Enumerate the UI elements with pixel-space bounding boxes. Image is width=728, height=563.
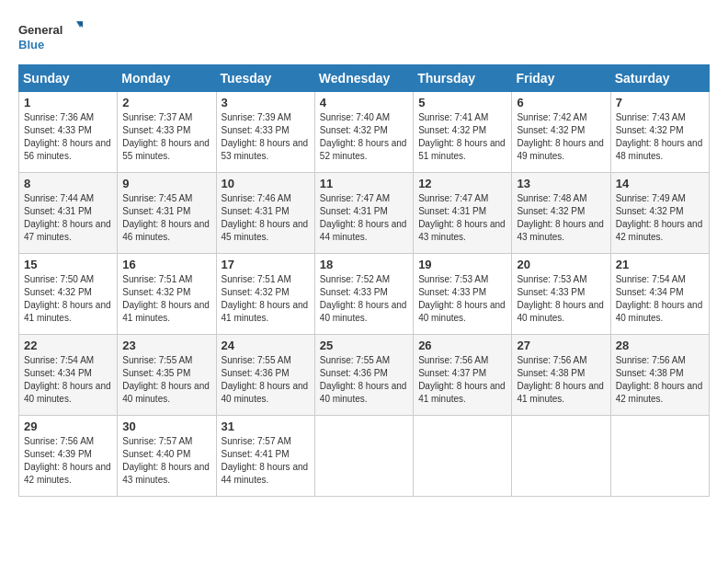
day-header-monday: Monday (118, 65, 216, 92)
day-number: 19 (418, 258, 506, 271)
svg-text:General: General (18, 23, 63, 37)
calendar-cell: 31Sunrise: 7:57 AMSunset: 4:41 PMDayligh… (216, 416, 314, 497)
day-info: Sunrise: 7:56 AMSunset: 4:37 PMDaylight:… (418, 354, 506, 406)
calendar-cell: 11Sunrise: 7:47 AMSunset: 4:31 PMDayligh… (314, 173, 413, 254)
calendar-cell (414, 416, 512, 497)
day-number: 20 (517, 258, 605, 271)
day-number: 18 (320, 258, 408, 271)
day-number: 26 (418, 339, 506, 352)
day-info: Sunrise: 7:52 AMSunset: 4:33 PMDaylight:… (320, 273, 408, 325)
day-info: Sunrise: 7:56 AMSunset: 4:39 PMDaylight:… (24, 435, 112, 487)
calendar-cell: 19Sunrise: 7:53 AMSunset: 4:33 PMDayligh… (414, 254, 512, 335)
calendar-cell: 17Sunrise: 7:51 AMSunset: 4:32 PMDayligh… (216, 254, 314, 335)
day-number: 12 (418, 177, 506, 190)
calendar-cell: 27Sunrise: 7:56 AMSunset: 4:38 PMDayligh… (512, 335, 610, 416)
day-info: Sunrise: 7:48 AMSunset: 4:32 PMDaylight:… (517, 192, 605, 244)
calendar-week-row: 15Sunrise: 7:50 AMSunset: 4:32 PMDayligh… (19, 254, 710, 335)
day-info: Sunrise: 7:45 AMSunset: 4:31 PMDaylight:… (122, 192, 210, 244)
day-number: 27 (517, 339, 605, 352)
calendar-cell: 5Sunrise: 7:41 AMSunset: 4:32 PMDaylight… (414, 92, 512, 173)
day-info: Sunrise: 7:49 AMSunset: 4:32 PMDaylight:… (616, 192, 704, 244)
calendar-cell: 13Sunrise: 7:48 AMSunset: 4:32 PMDayligh… (512, 173, 610, 254)
day-number: 7 (616, 96, 704, 109)
calendar-cell: 10Sunrise: 7:46 AMSunset: 4:31 PMDayligh… (216, 173, 314, 254)
calendar-cell: 28Sunrise: 7:56 AMSunset: 4:38 PMDayligh… (610, 335, 709, 416)
day-number: 29 (24, 419, 112, 433)
day-number: 23 (122, 339, 210, 352)
day-number: 14 (616, 177, 704, 190)
day-header-sunday: Sunday (19, 65, 118, 92)
day-number: 13 (517, 177, 605, 190)
day-info: Sunrise: 7:56 AMSunset: 4:38 PMDaylight:… (616, 354, 704, 406)
calendar-cell: 2Sunrise: 7:37 AMSunset: 4:33 PMDaylight… (118, 92, 216, 173)
calendar-week-row: 22Sunrise: 7:54 AMSunset: 4:34 PMDayligh… (19, 335, 710, 416)
day-number: 17 (222, 258, 310, 271)
calendar-cell: 18Sunrise: 7:52 AMSunset: 4:33 PMDayligh… (314, 254, 413, 335)
day-info: Sunrise: 7:47 AMSunset: 4:31 PMDaylight:… (418, 192, 506, 244)
day-info: Sunrise: 7:37 AMSunset: 4:33 PMDaylight:… (122, 111, 210, 163)
calendar-cell (512, 416, 610, 497)
day-info: Sunrise: 7:57 AMSunset: 4:40 PMDaylight:… (122, 435, 210, 487)
day-number: 4 (320, 96, 408, 109)
day-info: Sunrise: 7:54 AMSunset: 4:34 PMDaylight:… (24, 354, 112, 406)
calendar-cell: 23Sunrise: 7:55 AMSunset: 4:35 PMDayligh… (118, 335, 216, 416)
calendar-cell: 30Sunrise: 7:57 AMSunset: 4:40 PMDayligh… (118, 416, 216, 497)
calendar-cell: 15Sunrise: 7:50 AMSunset: 4:32 PMDayligh… (19, 254, 118, 335)
calendar-cell: 12Sunrise: 7:47 AMSunset: 4:31 PMDayligh… (414, 173, 512, 254)
day-header-wednesday: Wednesday (314, 65, 413, 92)
day-header-tuesday: Tuesday (216, 65, 314, 92)
page-header: General Blue (18, 18, 710, 55)
day-info: Sunrise: 7:36 AMSunset: 4:33 PMDaylight:… (24, 111, 112, 163)
calendar-header-row: SundayMondayTuesdayWednesdayThursdayFrid… (19, 65, 710, 92)
day-number: 15 (24, 258, 112, 271)
day-info: Sunrise: 7:55 AMSunset: 4:35 PMDaylight:… (122, 354, 210, 406)
day-info: Sunrise: 7:55 AMSunset: 4:36 PMDaylight:… (222, 354, 310, 406)
calendar-cell: 6Sunrise: 7:42 AMSunset: 4:32 PMDaylight… (512, 92, 610, 173)
day-number: 11 (320, 177, 408, 190)
day-number: 31 (222, 419, 310, 433)
calendar-cell: 26Sunrise: 7:56 AMSunset: 4:37 PMDayligh… (414, 335, 512, 416)
day-info: Sunrise: 7:51 AMSunset: 4:32 PMDaylight:… (122, 273, 210, 325)
day-info: Sunrise: 7:53 AMSunset: 4:33 PMDaylight:… (517, 273, 605, 325)
day-number: 8 (24, 177, 112, 190)
day-info: Sunrise: 7:54 AMSunset: 4:34 PMDaylight:… (616, 273, 704, 325)
day-info: Sunrise: 7:40 AMSunset: 4:32 PMDaylight:… (320, 111, 408, 163)
day-number: 2 (122, 96, 210, 109)
day-info: Sunrise: 7:39 AMSunset: 4:33 PMDaylight:… (222, 111, 310, 163)
day-header-saturday: Saturday (610, 65, 709, 92)
calendar-cell: 24Sunrise: 7:55 AMSunset: 4:36 PMDayligh… (216, 335, 314, 416)
day-header-thursday: Thursday (414, 65, 512, 92)
logo: General Blue (18, 18, 83, 55)
calendar-cell: 1Sunrise: 7:36 AMSunset: 4:33 PMDaylight… (19, 92, 118, 173)
calendar-cell: 7Sunrise: 7:43 AMSunset: 4:32 PMDaylight… (610, 92, 709, 173)
calendar-week-row: 1Sunrise: 7:36 AMSunset: 4:33 PMDaylight… (19, 92, 710, 173)
calendar-cell (610, 416, 709, 497)
day-number: 5 (418, 96, 506, 109)
day-number: 21 (616, 258, 704, 271)
day-info: Sunrise: 7:50 AMSunset: 4:32 PMDaylight:… (24, 273, 112, 325)
day-info: Sunrise: 7:44 AMSunset: 4:31 PMDaylight:… (24, 192, 112, 244)
day-number: 1 (24, 96, 112, 109)
calendar-table: SundayMondayTuesdayWednesdayThursdayFrid… (18, 64, 710, 497)
day-number: 25 (320, 339, 408, 352)
calendar-cell: 16Sunrise: 7:51 AMSunset: 4:32 PMDayligh… (118, 254, 216, 335)
day-number: 24 (222, 339, 310, 352)
calendar-cell: 25Sunrise: 7:55 AMSunset: 4:36 PMDayligh… (314, 335, 413, 416)
day-info: Sunrise: 7:47 AMSunset: 4:31 PMDaylight:… (320, 192, 408, 244)
day-number: 10 (222, 177, 310, 190)
day-header-friday: Friday (512, 65, 610, 92)
calendar-cell: 20Sunrise: 7:53 AMSunset: 4:33 PMDayligh… (512, 254, 610, 335)
day-info: Sunrise: 7:46 AMSunset: 4:31 PMDaylight:… (222, 192, 310, 244)
calendar-cell: 14Sunrise: 7:49 AMSunset: 4:32 PMDayligh… (610, 173, 709, 254)
day-info: Sunrise: 7:55 AMSunset: 4:36 PMDaylight:… (320, 354, 408, 406)
calendar-cell: 21Sunrise: 7:54 AMSunset: 4:34 PMDayligh… (610, 254, 709, 335)
day-number: 6 (517, 96, 605, 109)
calendar-cell: 9Sunrise: 7:45 AMSunset: 4:31 PMDaylight… (118, 173, 216, 254)
day-info: Sunrise: 7:43 AMSunset: 4:32 PMDaylight:… (616, 111, 704, 163)
day-number: 28 (616, 339, 704, 352)
calendar-cell: 29Sunrise: 7:56 AMSunset: 4:39 PMDayligh… (19, 416, 118, 497)
svg-text:Blue: Blue (18, 38, 44, 52)
day-info: Sunrise: 7:57 AMSunset: 4:41 PMDaylight:… (222, 435, 310, 487)
day-info: Sunrise: 7:53 AMSunset: 4:33 PMDaylight:… (418, 273, 506, 325)
day-number: 9 (122, 177, 210, 190)
